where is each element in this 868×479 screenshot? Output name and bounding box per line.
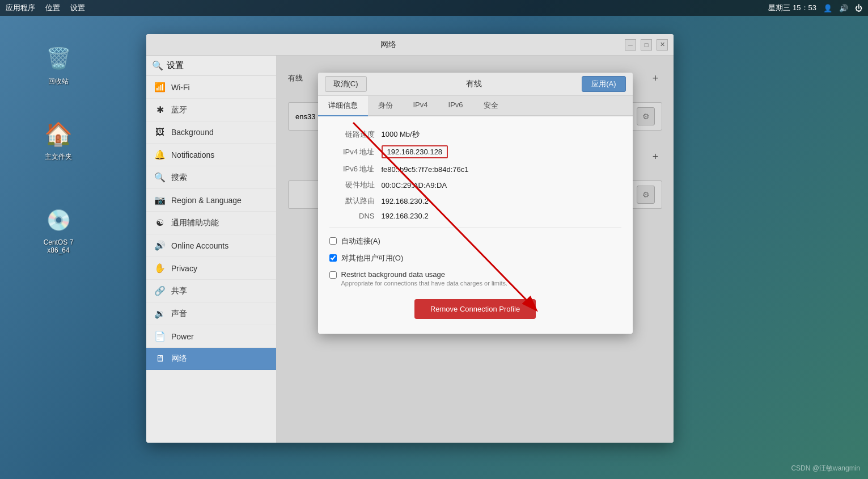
- sidebar-item-network[interactable]: 🖥 网络: [146, 348, 276, 370]
- gw-value: 192.168.230.2: [382, 197, 429, 205]
- remove-connection-button[interactable]: Remove Connection Profile: [414, 299, 536, 319]
- link-speed-label: 链路速度: [329, 129, 375, 140]
- ipv4-value: 192.168.230.128: [382, 145, 448, 158]
- taskbar-datetime: 星期三 15：53: [768, 3, 816, 13]
- tab-ipv6[interactable]: IPv6: [438, 96, 473, 116]
- tab-ipv4[interactable]: IPv4: [403, 96, 438, 116]
- sidebar-item-region[interactable]: 📷 Region & Language: [146, 189, 276, 212]
- user-icon[interactable]: 👤: [823, 4, 832, 12]
- minimize-button[interactable]: ─: [625, 39, 636, 51]
- wifi-icon: 📶: [154, 82, 166, 93]
- sidebar: 🔍 设置 📶 Wi-Fi ✱ 蓝牙 🖼 Background 🔔 Notific…: [146, 56, 277, 443]
- other-users-checkbox[interactable]: [329, 254, 337, 262]
- tab-details[interactable]: 详细信息: [318, 96, 368, 116]
- taskbar-item-apps[interactable]: 应用程序: [6, 3, 35, 13]
- power-sidebar-icon: 📄: [154, 331, 166, 342]
- settings-window-title: 网络: [152, 40, 625, 50]
- dialog-cancel-button[interactable]: 取消(C): [325, 76, 367, 92]
- sidebar-label-network: 网络: [171, 354, 187, 364]
- taskbar-left: 应用程序 位置 设置: [6, 3, 85, 13]
- ipv6-value: fe80::b9c5:7f7e:b84d:76c1: [382, 165, 469, 174]
- network-icon: 🖥: [154, 354, 166, 364]
- sidebar-item-sound[interactable]: 🔉 声音: [146, 302, 276, 325]
- sidebar-item-bluetooth[interactable]: ✱ 蓝牙: [146, 99, 276, 121]
- hw-row: 硬件地址 00:0C:29:AD:A9:DA: [329, 177, 621, 193]
- tab-security[interactable]: 安全: [473, 96, 509, 116]
- sidebar-item-online-accounts[interactable]: 🔊 Online Accounts: [146, 234, 276, 257]
- restrict-label: Restrict background data usage Appropria…: [341, 270, 508, 287]
- desktop-icon-recycle[interactable]: 🗑️ 回收站: [33, 43, 84, 86]
- centos-icon: 💿: [43, 204, 74, 236]
- sidebar-item-background[interactable]: 🖼 Background: [146, 121, 276, 144]
- home-label: 主文件夹: [45, 152, 72, 162]
- dialog-apply-button[interactable]: 应用(A): [582, 76, 625, 92]
- taskbar-right: 星期三 15：53 👤 🔊 ⏻: [768, 3, 862, 13]
- close-button[interactable]: ✕: [657, 39, 668, 51]
- bluetooth-icon: ✱: [154, 104, 166, 115]
- ipv6-row: IPv6 地址 fe80::b9c5:7f7e:b84d:76c1: [329, 161, 621, 177]
- sidebar-label-power: Power: [171, 332, 194, 341]
- restrict-checkbox[interactable]: [329, 271, 337, 279]
- notifications-icon: 🔔: [154, 149, 166, 160]
- sidebar-search-bar: 🔍 设置: [146, 56, 276, 76]
- centos-label: CentOS 7 x86_64: [33, 238, 84, 254]
- sidebar-label-accessibility: 通用辅助功能: [171, 218, 219, 228]
- sidebar-item-power[interactable]: 📄 Power: [146, 325, 276, 348]
- accessibility-icon: ☯: [154, 217, 166, 228]
- sidebar-label-privacy: Privacy: [171, 264, 197, 273]
- recycle-label: 回收站: [48, 77, 69, 86]
- dns-value: 192.168.230.2: [382, 212, 429, 220]
- sidebar-item-share[interactable]: 🔗 共享: [146, 280, 276, 302]
- sidebar-item-privacy[interactable]: ✋ Privacy: [146, 257, 276, 280]
- gw-label: 默认路由: [329, 196, 375, 206]
- link-speed-row: 链路速度 1000 Mb/秒: [329, 127, 621, 142]
- sidebar-label-background: Background: [171, 128, 214, 137]
- sidebar-label-online-accounts: Online Accounts: [171, 241, 228, 250]
- auto-connect-row: 自动连接(A): [329, 233, 621, 250]
- taskbar-item-settings[interactable]: 设置: [70, 3, 85, 13]
- privacy-icon: ✋: [154, 263, 166, 274]
- sidebar-label-share: 共享: [171, 286, 187, 296]
- search-icon: 🔍: [152, 60, 163, 71]
- sidebar-item-notifications[interactable]: 🔔 Notifications: [146, 144, 276, 166]
- hw-label: 硬件地址: [329, 180, 375, 190]
- other-users-label: 对其他用户可用(O): [341, 253, 404, 263]
- sidebar-label-bluetooth: 蓝牙: [171, 105, 187, 115]
- taskbar: 应用程序 位置 设置 星期三 15：53 👤 🔊 ⏻: [0, 0, 868, 16]
- dialog-title: 有线: [371, 79, 578, 89]
- volume-icon[interactable]: 🔊: [839, 4, 848, 12]
- desktop-icon-centos[interactable]: 💿 CentOS 7 x86_64: [33, 204, 84, 254]
- sidebar-item-accessibility[interactable]: ☯ 通用辅助功能: [146, 212, 276, 234]
- home-folder-icon: 🏠: [43, 118, 74, 150]
- wired-dialog: 取消(C) 有线 应用(A) 详细信息 身份 IPv4 IPv6 安全: [318, 73, 633, 334]
- auto-connect-checkbox[interactable]: [329, 237, 337, 245]
- link-speed-value: 1000 Mb/秒: [382, 129, 420, 140]
- settings-body: 🔍 设置 📶 Wi-Fi ✱ 蓝牙 🖼 Background 🔔 Notific…: [146, 56, 674, 443]
- dialog-toolbar: 取消(C) 有线 应用(A): [318, 73, 633, 96]
- ipv6-label: IPv6 地址: [329, 164, 375, 174]
- window-controls: ─ □ ✕: [625, 39, 668, 51]
- dialog-tabs: 详细信息 身份 IPv4 IPv6 安全: [318, 96, 633, 116]
- other-users-row: 对其他用户可用(O): [329, 250, 621, 267]
- sidebar-label-notifications: Notifications: [171, 150, 214, 159]
- maximize-button[interactable]: □: [641, 39, 652, 51]
- online-accounts-icon: 🔊: [154, 240, 166, 251]
- sidebar-label-region: Region & Language: [171, 196, 242, 205]
- tab-identity[interactable]: 身份: [368, 96, 403, 116]
- sidebar-item-search[interactable]: 🔍 搜索: [146, 166, 276, 189]
- sidebar-title: 设置: [167, 60, 184, 71]
- power-icon[interactable]: ⏻: [855, 4, 862, 12]
- ipv4-row: IPv4 地址 192.168.230.128: [329, 142, 621, 161]
- sidebar-label-wifi: Wi-Fi: [171, 83, 190, 92]
- sidebar-item-wifi[interactable]: 📶 Wi-Fi: [146, 76, 276, 99]
- recycle-icon: 🗑️: [43, 43, 74, 74]
- gw-row: 默认路由 192.168.230.2: [329, 193, 621, 209]
- sidebar-label-search: 搜索: [171, 173, 187, 183]
- share-icon: 🔗: [154, 285, 166, 296]
- settings-window: 网络 ─ □ ✕ 🔍 设置 📶 Wi-Fi ✱ 蓝牙 🖼 Background: [146, 34, 674, 443]
- sound-icon: 🔉: [154, 308, 166, 319]
- desktop-icon-home[interactable]: 🏠 主文件夹: [33, 118, 84, 162]
- background-icon: 🖼: [154, 127, 166, 137]
- taskbar-item-location[interactable]: 位置: [45, 3, 60, 13]
- dialog-overlay: 取消(C) 有线 应用(A) 详细信息 身份 IPv4 IPv6 安全: [277, 56, 674, 443]
